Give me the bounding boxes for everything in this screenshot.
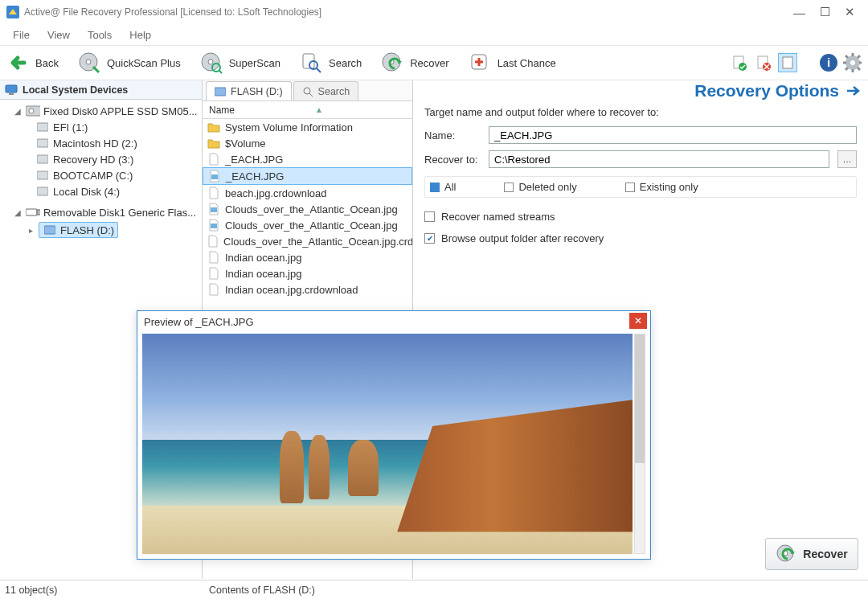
svg-line-26 xyxy=(858,55,860,58)
file-row[interactable]: Indian ocean.jpg xyxy=(203,249,412,265)
volume-icon xyxy=(35,137,50,150)
radio-deleted[interactable]: Deleted only xyxy=(504,181,576,193)
back-label: Back xyxy=(35,57,59,69)
tree-disk1-label: Removable Disk1 Generic Flas... xyxy=(43,207,196,219)
volume-icon xyxy=(43,224,57,236)
radio-existing[interactable]: Existing only xyxy=(625,181,698,193)
recovery-hint: Target name and output folder where to r… xyxy=(424,106,857,118)
tree-bootcamp[interactable]: BOOTCAMP (C:) xyxy=(2,167,200,183)
doc-del-icon[interactable] xyxy=(754,53,773,72)
recover-action-button[interactable]: Recover xyxy=(765,538,858,570)
svg-rect-44 xyxy=(211,224,217,228)
svg-rect-38 xyxy=(37,210,40,215)
menu-file[interactable]: File xyxy=(5,27,38,43)
sort-indicator-icon: ▲ xyxy=(315,105,323,114)
radio-icon xyxy=(430,183,440,192)
preview-window[interactable]: Preview of _EACH.JPG ✕ xyxy=(137,310,651,560)
list-header[interactable]: Name ▲ xyxy=(203,101,412,119)
menu-help[interactable]: Help xyxy=(121,27,159,43)
name-label: Name: xyxy=(424,129,481,142)
device-tree-title: Local System Devices xyxy=(23,84,128,96)
file-name: Clouds_over_the_Atlantic_Ocean.jpg xyxy=(225,203,398,215)
svg-rect-35 xyxy=(37,171,48,179)
preview-close-button[interactable]: ✕ xyxy=(629,313,647,329)
tree-recovery[interactable]: Recovery HD (3:) xyxy=(2,151,200,167)
quickscan-label: QuickScan Plus xyxy=(107,57,181,69)
image-icon xyxy=(207,219,220,232)
disk-scan-icon xyxy=(78,51,100,74)
back-button[interactable]: Back xyxy=(6,51,59,74)
recover-button[interactable]: Recover xyxy=(381,51,448,74)
settings-icon[interactable] xyxy=(842,53,862,72)
tree-efi[interactable]: EFI (1:) xyxy=(2,119,200,135)
info-icon[interactable]: i xyxy=(818,53,837,72)
file-row[interactable]: System Volume Information xyxy=(203,119,412,135)
svg-point-4 xyxy=(208,59,213,64)
file-row[interactable]: $Volume xyxy=(203,135,412,151)
file-row[interactable]: Indian ocean.jpg.crdownload xyxy=(203,281,412,297)
hdd-icon xyxy=(26,105,40,117)
quickscan-button[interactable]: QuickScan Plus xyxy=(78,51,181,74)
recoverto-field[interactable] xyxy=(489,150,829,168)
file-icon xyxy=(207,235,219,248)
file-row[interactable]: Indian ocean.jpg xyxy=(203,265,412,281)
tree-disk1[interactable]: ◢ Removable Disk1 Generic Flas... xyxy=(2,204,200,220)
expand-icon[interactable]: ◢ xyxy=(13,208,23,217)
tree-disk0[interactable]: ◢ Fixed Disk0 APPLE SSD SM05... xyxy=(2,103,200,119)
svg-rect-34 xyxy=(37,155,48,163)
tab-flash[interactable]: FLASH (D:) xyxy=(206,81,292,101)
menu-tools[interactable]: Tools xyxy=(80,27,120,43)
superscan-label: SuperScan xyxy=(229,57,280,69)
preview-scrollbar[interactable] xyxy=(634,334,645,554)
svg-point-19 xyxy=(850,60,855,65)
lastchance-button[interactable]: Last Chance xyxy=(469,51,556,74)
file-name: Indian ocean.jpg xyxy=(225,268,301,280)
check-named-streams[interactable]: Recover named streams xyxy=(424,206,857,228)
maximize-button[interactable]: ☐ xyxy=(820,5,830,19)
toolbar-right-icons: i xyxy=(730,53,862,72)
tab-search[interactable]: Search xyxy=(293,81,359,101)
expand-icon[interactable]: ◢ xyxy=(13,107,23,116)
file-row[interactable]: _EACH.JPG xyxy=(203,151,412,167)
titlebar: Active@ File Recovery Professional [Lice… xyxy=(0,0,868,24)
radio-all[interactable]: All xyxy=(430,181,456,193)
file-name: Indian ocean.jpg.crdownload xyxy=(225,284,358,296)
tree-macintosh[interactable]: Macintosh HD (2:) xyxy=(2,135,200,151)
svg-point-41 xyxy=(304,88,310,94)
tree-flash[interactable]: ▸ FLASH (D:) xyxy=(2,220,200,240)
superscan-button[interactable]: SuperScan xyxy=(200,51,280,74)
volume-icon xyxy=(35,169,50,182)
lastchance-icon xyxy=(469,51,491,74)
list-header-name: Name xyxy=(209,105,235,116)
tree-localdisk[interactable]: Local Disk (4:) xyxy=(2,183,200,199)
doc-ok-icon[interactable] xyxy=(730,53,749,72)
svg-rect-37 xyxy=(26,209,37,215)
monitor-icon xyxy=(5,84,18,96)
file-row[interactable]: _EACH.JPG xyxy=(203,167,412,185)
file-row[interactable]: Clouds_over_the_Atlantic_Ocean.jpg.crdow… xyxy=(203,233,412,249)
menu-view[interactable]: View xyxy=(39,27,78,43)
check-browse-output[interactable]: Browse output folder after recovery xyxy=(424,228,857,249)
browse-button[interactable]: … xyxy=(837,150,857,168)
lastchance-label: Last Chance xyxy=(497,57,556,69)
recover-label: Recover xyxy=(410,57,448,69)
status-object-count: 11 object(s) xyxy=(0,585,203,596)
folder-icon xyxy=(207,121,220,133)
file-row[interactable]: beach.jpg.crdownload xyxy=(203,185,412,201)
close-button[interactable]: ✕ xyxy=(845,5,855,19)
search-label: Search xyxy=(329,57,362,69)
svg-rect-36 xyxy=(37,187,48,195)
search-button[interactable]: Search xyxy=(300,51,362,74)
arrow-right-icon[interactable] xyxy=(845,85,860,96)
doc-sel-icon[interactable] xyxy=(778,53,797,72)
svg-text:i: i xyxy=(827,55,830,69)
minimize-button[interactable]: — xyxy=(793,6,805,19)
disk-recover-icon xyxy=(381,51,403,74)
expand-icon[interactable]: ▸ xyxy=(26,226,35,235)
svg-line-25 xyxy=(858,68,860,70)
file-row[interactable]: Clouds_over_the_Atlantic_Ocean.jpg xyxy=(203,201,412,217)
checkbox-icon xyxy=(424,233,435,244)
name-field[interactable] xyxy=(489,126,857,144)
file-row[interactable]: Clouds_over_the_Atlantic_Ocean.jpg xyxy=(203,217,412,233)
preview-title: Preview of _EACH.JPG xyxy=(137,311,650,332)
